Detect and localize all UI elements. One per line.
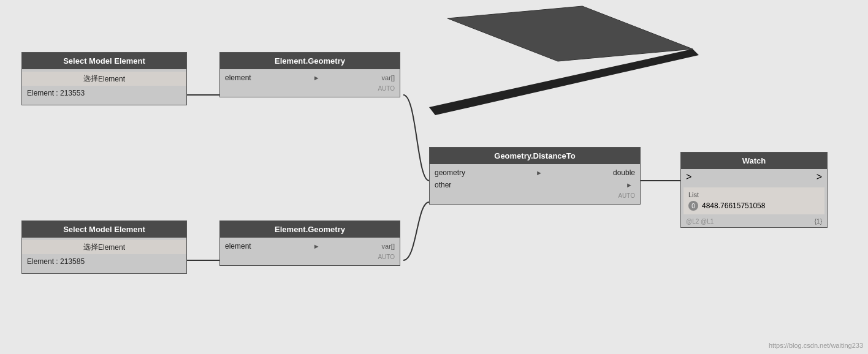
watch-lace-right: {1} <box>815 218 822 225</box>
select1-info: Element : 213553 <box>22 86 186 102</box>
watch-list-label: List <box>688 191 820 198</box>
geometry2-arrow: ► <box>313 243 320 250</box>
watch-port-row: > > <box>681 169 827 185</box>
watch-index-badge: 0 <box>688 201 698 211</box>
select1-label: 选择 <box>83 73 98 84</box>
watch-footer: @L2 @L1 {1} <box>681 217 827 227</box>
geometry1-port-row: element ► var[] <box>220 72 400 84</box>
geometry-distance-to: Geometry.DistanceTo geometry ► double ot… <box>429 147 641 205</box>
node-header-select2: Select Model Element <box>22 221 186 238</box>
distance-other-label: other <box>435 181 451 189</box>
watch-port-in: > <box>686 171 691 183</box>
select1-input-row: 选择 Element <box>22 72 186 86</box>
element-geometry-2: Element.Geometry element ► var[] AUTO <box>219 220 400 266</box>
distance-other-row: other ► <box>430 179 640 191</box>
geometry1-arrow: ► <box>313 74 320 81</box>
svg-marker-4 <box>429 49 699 115</box>
distance-geometry-row: geometry ► double <box>430 167 640 179</box>
distance-out-label: double <box>613 168 635 177</box>
geometry1-element-label: element <box>225 73 251 82</box>
watch-list-row: 0 4848.76615751058 <box>688 201 820 211</box>
node-header-geometry2: Element.Geometry <box>220 221 400 238</box>
select-model-element-2: Select Model Element 选择 Element Element … <box>21 220 187 274</box>
geometry2-auto: AUTO <box>220 252 400 263</box>
geometry1-auto: AUTO <box>220 84 400 94</box>
node-header-distance: Geometry.DistanceTo <box>430 148 640 164</box>
select2-element-label: Element <box>98 243 125 252</box>
geometry1-var-label: var[] <box>382 74 395 81</box>
distance-geometry-label: geometry <box>435 168 465 177</box>
watch-port-out: > <box>817 171 822 183</box>
watch-value: 4848.76615751058 <box>702 201 765 210</box>
watch-header: Watch <box>681 153 827 169</box>
svg-marker-3 <box>447 6 693 61</box>
geometry2-element-label: element <box>225 242 251 250</box>
watch-output-area: List 0 4848.76615751058 <box>683 187 824 214</box>
node-header-geometry1: Element.Geometry <box>220 53 400 69</box>
watermark: https://blog.csdn.net/waiting233 <box>769 342 863 349</box>
select2-input-row: 选择 Element <box>22 240 186 254</box>
distance-other-arrow: ► <box>626 181 633 189</box>
node-header-select1: Select Model Element <box>22 53 186 69</box>
distance-auto: AUTO <box>430 191 640 201</box>
select1-element-label: Element <box>98 75 125 83</box>
select2-label: 选择 <box>83 242 98 252</box>
watch-lace-left: @L2 @L1 <box>686 218 714 225</box>
watch-node: Watch > > List 0 4848.76615751058 @L2 @L… <box>680 152 828 228</box>
element-geometry-1: Element.Geometry element ► var[] AUTO <box>219 52 400 97</box>
select-model-element-1: Select Model Element 选择 Element Element … <box>21 52 187 105</box>
geometry2-port-row: element ► var[] <box>220 240 400 252</box>
select2-info: Element : 213585 <box>22 254 186 271</box>
distance-geometry-arrow: ► <box>536 169 542 176</box>
geometry2-var-label: var[] <box>382 243 395 250</box>
